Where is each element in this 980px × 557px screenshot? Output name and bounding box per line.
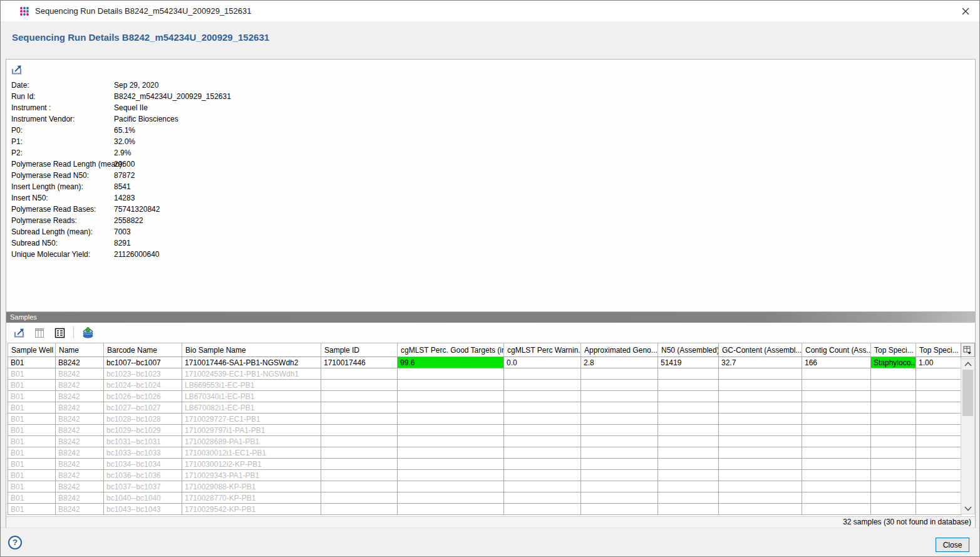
table-cell: B01 bbox=[8, 459, 56, 470]
table-cell bbox=[871, 492, 916, 504]
detail-value: B8242_m54234U_200929_152631 bbox=[114, 91, 231, 102]
column-header[interactable]: Sample ID bbox=[321, 343, 398, 357]
table-cell bbox=[871, 470, 916, 481]
table-vertical-scrollbar[interactable] bbox=[961, 358, 975, 514]
detail-row: Insert N50:14283 bbox=[6, 192, 975, 204]
table-row[interactable]: B01B8242bc1037--bc10371710029088-KP-PB1 bbox=[8, 481, 961, 492]
table-row[interactable]: B01B8242bc1040--bc10401710028770-KP-PB1 bbox=[8, 492, 961, 504]
window-title: Sequencing Run Details B8242_m54234U_200… bbox=[35, 6, 252, 16]
table-cell bbox=[871, 459, 916, 470]
table-cell bbox=[504, 425, 581, 436]
table-row[interactable]: B01B8242bc1043--bc10431710029542-KP-PB1 bbox=[8, 504, 961, 515]
database-upload-icon[interactable] bbox=[80, 325, 96, 340]
table-row[interactable]: B01B8242bc1027--bc1027LB670082i1-EC-PB1 bbox=[8, 402, 961, 414]
samples-table: Sample WellNameBarcode NameBio Sample Na… bbox=[8, 343, 961, 515]
column-header[interactable]: Approximated Geno... bbox=[581, 343, 658, 357]
table-cell: B8242 bbox=[56, 425, 104, 436]
sequencing-run-details-dialog: { "window": { "title": "Sequencing Run D… bbox=[0, 0, 980, 557]
table-cell bbox=[802, 481, 871, 492]
table-row[interactable]: B01B8242bc1028--bc10281710029727-EC1-PB1 bbox=[8, 414, 961, 425]
table-cell: bc1036--bc1036 bbox=[104, 470, 182, 481]
table-cell bbox=[398, 504, 504, 515]
column-header[interactable]: cgMLST Perc Warnin... bbox=[504, 343, 581, 357]
table-cell bbox=[658, 368, 719, 380]
table-cell: 1710030012i2-KP-PB1 bbox=[182, 459, 321, 470]
column-header[interactable]: Barcode Name bbox=[104, 343, 182, 357]
detail-value: 14283 bbox=[114, 192, 135, 204]
table-row[interactable]: B01B8242bc1024--bc1024LB669553i1-EC-PB1 bbox=[8, 380, 961, 391]
table-cell bbox=[321, 481, 398, 492]
table-row[interactable]: B01B8242bc1026--bc1026LB670340i1-EC-PB1 bbox=[8, 391, 961, 402]
table-cell: LB669553i1-EC-PB1 bbox=[182, 380, 321, 391]
table-cell bbox=[802, 459, 871, 470]
table-row[interactable]: B01B8242bc1034--bc10341710030012i2-KP-PB… bbox=[8, 459, 961, 470]
detail-row: Polymerase Reads:2558822 bbox=[6, 215, 975, 226]
detail-row: Instrument :Sequel IIe bbox=[6, 102, 975, 113]
table-cell bbox=[916, 391, 961, 402]
table-row[interactable]: B01B8242bc1023--bc10231710024539-EC1-PB1… bbox=[8, 368, 961, 380]
scroll-up-icon[interactable] bbox=[961, 359, 974, 369]
table-cell: bc1024--bc1024 bbox=[104, 380, 182, 391]
table-row[interactable]: B01B8242bc1036--bc10361710029343-PA1-PB1 bbox=[8, 470, 961, 481]
table-cell bbox=[802, 470, 871, 481]
window-titlebar: Sequencing Run Details B8242_m54234U_200… bbox=[1, 1, 979, 21]
detail-label: P1: bbox=[11, 136, 114, 147]
page-title: Sequencing Run Details B8242_m54234U_200… bbox=[12, 32, 269, 43]
table-cell: 166 bbox=[802, 357, 871, 368]
scroll-down-icon[interactable] bbox=[961, 504, 974, 514]
table-cell bbox=[916, 459, 961, 470]
table-cell bbox=[581, 436, 658, 447]
detail-value: Sequel IIe bbox=[114, 102, 148, 113]
detail-row: Run Id:B8242_m54234U_200929_152631 bbox=[6, 91, 975, 102]
list-details-icon[interactable] bbox=[51, 325, 68, 340]
detail-row: Instrument Vendor:Pacific Biosciences bbox=[6, 113, 975, 125]
table-cell bbox=[398, 380, 504, 391]
table-cell bbox=[581, 425, 658, 436]
table-cell: B8242 bbox=[56, 504, 104, 515]
export-icon[interactable] bbox=[11, 325, 28, 340]
table-cell bbox=[398, 470, 504, 481]
table-cell bbox=[581, 414, 658, 425]
window-close-icon[interactable] bbox=[952, 1, 979, 21]
column-header[interactable]: Sample Well bbox=[8, 343, 56, 357]
help-icon[interactable]: ? bbox=[8, 536, 22, 549]
table-header-row: Sample WellNameBarcode NameBio Sample Na… bbox=[8, 343, 961, 357]
table-cell bbox=[398, 402, 504, 414]
table-cell bbox=[871, 425, 916, 436]
detail-row: Polymerase Read N50:87872 bbox=[6, 170, 975, 181]
detail-row: Unique Molecular Yield:21126000640 bbox=[6, 249, 975, 260]
table-cell bbox=[719, 402, 802, 414]
table-cell bbox=[719, 436, 802, 447]
detail-value: 75741320842 bbox=[114, 204, 160, 215]
table-cell: 1710017446-SA1-PB1-NGSWdh2 bbox=[182, 357, 321, 368]
table-columns-icon[interactable] bbox=[31, 325, 48, 340]
table-cell: bc1028--bc1028 bbox=[104, 414, 182, 425]
table-row[interactable]: B01B8242bc1029--bc10291710029797i1-PA1-P… bbox=[8, 425, 961, 436]
column-chooser-button[interactable] bbox=[961, 343, 975, 357]
table-row[interactable]: B01B8242bc1033--bc10331710030012i1-EC1-P… bbox=[8, 447, 961, 459]
scrollbar-thumb[interactable] bbox=[962, 370, 973, 416]
column-header[interactable]: N50 (Assembled) bbox=[658, 343, 719, 357]
table-cell bbox=[504, 368, 581, 380]
column-header[interactable]: GC-Content (Assembl... bbox=[719, 343, 802, 357]
table-cell: 1710024539-EC1-PB1-NGSWdh1 bbox=[182, 368, 321, 380]
column-header[interactable]: Top Speci... bbox=[916, 343, 961, 357]
table-row[interactable]: B01B8242bc1007--bc10071710017446-SA1-PB1… bbox=[8, 357, 961, 368]
detail-row: P2:2.9% bbox=[6, 147, 975, 159]
detail-label: Polymerase Read N50: bbox=[11, 170, 114, 181]
table-cell: 1710030012i1-EC1-PB1 bbox=[182, 447, 321, 459]
table-row[interactable]: B01B8242bc1031--bc10311710028689-PA1-PB1 bbox=[8, 436, 961, 447]
column-header[interactable]: Bio Sample Name bbox=[182, 343, 321, 357]
table-cell: LB670340i1-EC-PB1 bbox=[182, 391, 321, 402]
column-header[interactable]: Name bbox=[56, 343, 104, 357]
detail-value: 7003 bbox=[114, 226, 131, 237]
table-cell bbox=[719, 368, 802, 380]
column-header[interactable]: Top Speci... bbox=[871, 343, 916, 357]
table-cell bbox=[504, 447, 581, 459]
table-cell bbox=[321, 470, 398, 481]
column-header[interactable]: Contig Count (Ass... bbox=[802, 343, 871, 357]
column-header[interactable]: cgMLST Perc. Good Targets (in... bbox=[398, 343, 504, 357]
export-icon[interactable] bbox=[9, 62, 25, 77]
table-cell bbox=[802, 368, 871, 380]
close-button[interactable]: Close bbox=[936, 538, 969, 552]
